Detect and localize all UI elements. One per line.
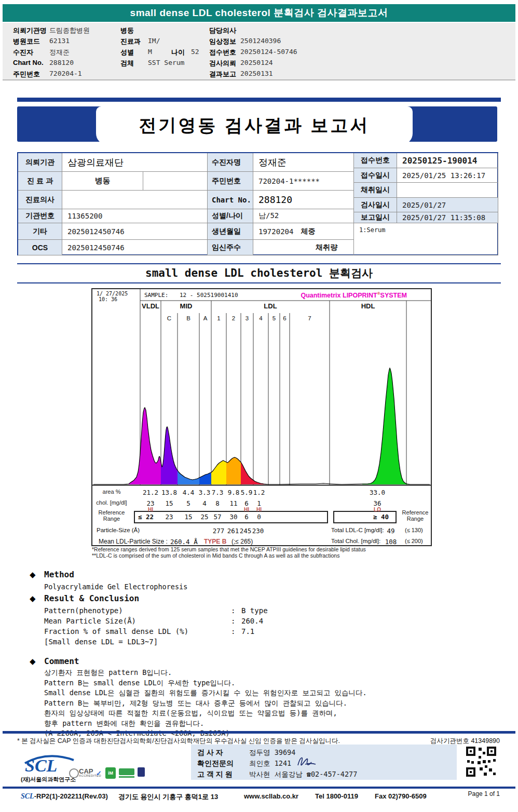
particle-size-LDL 3: 245 [240,527,252,535]
chol-VLDL: 23 [146,499,154,507]
result-note: [Small dense LDL = LDL3~7] [44,638,158,646]
patient-field-value: 62131 [49,37,70,45]
patient-field-value: IM/ [148,37,160,45]
total-chol-value: 108 [385,538,397,546]
total-ldl-c-ref: (≤ 130) [405,527,423,533]
comment-line-3: Small dense LDL은 심혈관 질환의 위험도를 증가시킬 수 있는 … [44,688,367,698]
result-label: Pattern(phenotype) [44,606,123,615]
ref-LDL 2: 30 [229,513,237,521]
result-colon: : [231,627,235,635]
particle-size-LDL 4: 230 [252,527,264,535]
particle-size-LDL 1: 277 [213,527,225,535]
sublane-label-4: 4 [259,315,262,321]
value-성별/나이: 남/52 [253,209,354,223]
row-label-접수번호: 접수번호 [354,153,397,168]
patient-field-label: 나이 [171,48,185,57]
staff-box: 검 사 자정두영 39694확인전문의최인호 1241고 객 지 원박사현 서울… [191,745,457,780]
mean-row-label: Mean LDL-Particle Size : [99,538,168,545]
sublane-label-5: 5 [272,315,276,321]
info-table: 의뢰기관삼광의료재단진 료 과병동진료의사기관번호11365200기타20250… [17,152,498,255]
area-pct-LDL 3: 5.9 [241,489,253,496]
patient-field-value: 20250131 [240,70,273,77]
sublane-label-B: B [186,315,190,321]
method-title: Method [44,570,74,579]
staff-value: 박사현 서울강남 ☎02-457-4277 [249,770,357,779]
value-OCS: 2025012450746 [62,240,208,255]
system-brand: Quantimetrix [301,292,340,299]
report-page: small dense LDL cholesterol 분획검사 검사결과보고서… [0,0,518,812]
comment-line-1: 상기환자 표현형은 pattern B입니다. [44,668,172,678]
staff-label: 확인전문의 [197,759,234,768]
comment-line-2: Pattern B는 small dense LDL이 우세한 type입니다. [44,679,235,688]
eqa-logo-icon [119,768,134,775]
method-value: Polyacrylamide Gel Electrophoresis [44,583,187,591]
banner-title: 전기영동 검사결과 보고서 [139,114,370,138]
value-임신주수: 채취량 [253,240,354,255]
comment-line-6: 향후 pattern 변화에 대한 확인을 권유합니다. [44,719,204,728]
chol-LDL 4: 1 [257,499,261,507]
banner-title-box: 전기영동 검사결과 보고서 [96,106,413,145]
footer-url: www.scllab.co.kr [244,792,298,800]
value-보고일시: 2025/01/27 11:35:08 [397,212,498,223]
value-기타: 2025012450746 [62,223,208,240]
footer-rule-top [3,731,515,734]
staff-label: 검 사 자 [197,748,223,757]
patient-field-label: 병동 [120,26,134,35]
total-ldl-c-label: Total LDL-C [mg/dl]: [331,527,384,533]
sublane-label-1: 1 [217,315,220,321]
flag-LDL 4: HI [256,507,262,512]
area-row-label: area % [103,489,121,495]
footer-address: 경기도 용인시 기흥구 흥덕1로 13 [118,792,218,802]
cap-seal-icon [69,768,79,778]
signature-icon [295,754,318,769]
ref-row-label-left-1: Reference [99,510,125,516]
total-chol-ref: (≤ 200) [405,538,423,544]
patient-field-value: 20250124 [240,59,273,66]
result-bullet-icon: ◆ [30,594,36,603]
ref-VLDL: ≤ 22 [138,513,154,521]
value-의뢰기관: 삼광의료재단 [62,153,208,172]
row-label-보고일시: 보고일시 [354,212,397,223]
value-Chart No.: 288120 [253,191,354,209]
chol-MID C: 15 [165,499,173,507]
lane-label-VLDL: VLDL [142,302,159,310]
row-label-주민번호: 주민번호 [208,172,253,191]
department-extra [143,172,208,191]
scl-logo-text: SCL [25,756,57,776]
ref-MID B: 15 [184,513,192,521]
patient-field-label: 병원코드 [13,37,40,46]
patient-field-label: 주민번호 [13,70,40,79]
row-label-채취일시: 채취일시 [354,183,397,198]
doc-no-text: -RP2(1)-202211(Rev.03) [34,792,108,800]
qr-code [465,746,497,778]
row-label-기타: 기타 [18,223,62,240]
report-title-bar: small dense LDL cholesterol 분획검사 검사결과보고서 [3,4,515,22]
comment-title: Comment [44,656,79,666]
patient-field-value: M [148,48,152,56]
section-rule-top [17,263,501,264]
section-rule-bottom [17,282,501,283]
sample-label: SAMPLE: [144,292,168,299]
ref-MID C: 23 [165,513,173,521]
patient-field-value: 정재준 [49,48,70,57]
result-value: B type [241,606,268,615]
department-value: 병동 [62,172,143,191]
patient-field-value: 720204-1 [49,70,82,77]
chart-date: 1/ 27/2025 [97,291,128,296]
row-label-검사일시: 검사일시 [354,198,397,212]
lane-label-LDL: LDL [264,302,277,310]
mean-particle-value: 260.4 Å [170,538,198,546]
patient-field-label: 담당의사 [209,26,236,35]
patient-field-label: 검사의뢰 [209,59,236,68]
area-pct-MID A: 3.3 [199,489,211,496]
patient-info-block: 의뢰기관명드림종합병원병원코드62131수진자정재준Chart No.28812… [3,23,515,80]
ref-LDL 3: 6 [244,513,249,521]
comment-line-4: Pattern B는 복부비만, 제2형 당뇨병 또는 대사 증후군 등에서 많… [44,699,347,708]
chol-MID B: 5 [186,499,190,507]
doc-scl-prefix: SCL [21,792,34,800]
banner-top-rule [17,98,501,102]
anab-logo-icon [138,767,145,777]
report-title: small dense LDL cholesterol 분획검사 검사결과보고서 [130,6,388,20]
result-colon: : [231,606,235,615]
sublane-label-C: C [167,315,171,321]
